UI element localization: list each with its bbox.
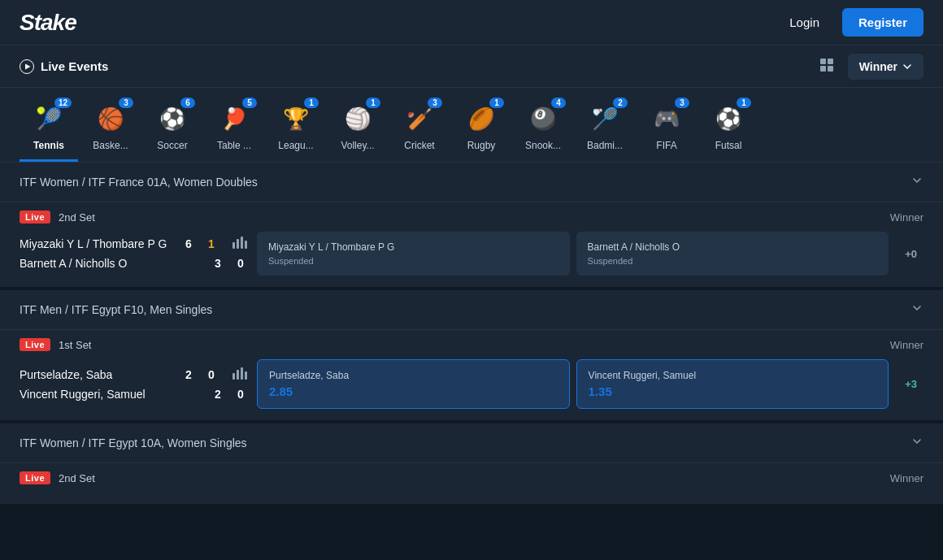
live-events-right: Winner [819, 54, 923, 80]
winner-market-label: Winner [890, 339, 923, 351]
match-group-header-2[interactable]: ITF Women / ITF Egypt 10A, Women Singles [0, 423, 943, 463]
team-score2-1: 0 [234, 388, 247, 401]
bet-button-0[interactable]: Miyazaki Y L / Thombare P G Suspended [257, 232, 570, 276]
sport-badge-rugby: 1 [489, 98, 504, 108]
match-group-header-0[interactable]: ITF Women / ITF France 01A, Women Double… [0, 163, 943, 202]
sport-item-futsal[interactable]: ⚽ 1 Futsal [699, 94, 758, 162]
match-content: Purtseladze, Saba 2 0 [20, 359, 923, 409]
winner-market-label: Winner [890, 211, 923, 224]
team-row-1: Vincent Ruggeri, Samuel 2 0 [20, 388, 247, 401]
bet-options: Purtseladze, Saba 2.85 Vincent Ruggeri, … [257, 359, 889, 409]
sport-icon-wrap: 🏏 3 [402, 101, 437, 137]
team-score1-0: 2 [182, 368, 195, 381]
stats-icon[interactable] [231, 365, 247, 384]
match-meta: Live 2nd Set Winner [20, 471, 923, 484]
live-badge: Live [20, 471, 50, 484]
stats-icon[interactable] [231, 234, 247, 254]
sport-emoji-futsal: ⚽ [715, 106, 741, 132]
grid-icon[interactable] [819, 57, 835, 76]
svg-rect-3 [828, 59, 833, 64]
live-events-left: Live Events [20, 59, 108, 74]
match-meta: Live 2nd Set Winner [20, 211, 923, 224]
sport-label-tennis: Tennis [33, 140, 64, 151]
match-group-header-1[interactable]: ITF Men / ITF Egypt F10, Men Singles [0, 290, 943, 330]
sport-item-badminton[interactable]: 🏸 2 Badmi... [576, 94, 634, 162]
sport-item-snooker[interactable]: 🎱 4 Snook... [514, 94, 572, 162]
sport-emoji-table: 🏓 [221, 106, 247, 132]
bet-suspended-1: Suspended [588, 256, 878, 266]
sport-icon-wrap: 🎾 12 [31, 101, 67, 137]
bet-options: Miyazaki Y L / Thombare P G Suspended Ba… [257, 232, 889, 276]
sport-item-soccer[interactable]: ⚽ 6 Soccer [143, 94, 202, 162]
match-row-2-0: Live 2nd Set Winner [0, 463, 943, 504]
login-button[interactable]: Login [776, 9, 832, 36]
live-events-bar: Live Events Winner [0, 46, 943, 88]
play-icon [20, 59, 34, 74]
team-row-1: Barnett A / Nicholls O 3 0 [20, 257, 247, 270]
sport-emoji-soccer: ⚽ [159, 106, 185, 132]
match-group-title-0: ITF Women / ITF France 01A, Women Double… [20, 176, 258, 189]
sport-label-basketball: Baske... [93, 140, 128, 151]
sport-item-volleyball[interactable]: 🏐 1 Volley... [328, 94, 387, 162]
sport-item-basketball[interactable]: 🏀 3 Baske... [81, 94, 140, 162]
team-row-0: Purtseladze, Saba 2 0 [20, 365, 247, 384]
svg-rect-9 [245, 241, 247, 249]
sport-label-rugby: Rugby [467, 140, 496, 151]
sport-icon-wrap: 🏐 1 [340, 101, 376, 137]
sport-item-league[interactable]: 🏆 1 Leagu... [267, 94, 325, 162]
sport-item-table[interactable]: 🏓 5 Table ... [205, 94, 263, 162]
bet-button-1[interactable]: Barnett A / Nicholls O Suspended [576, 232, 889, 276]
main-content: ITF Women / ITF France 01A, Women Double… [0, 163, 943, 504]
bet-team-name-1: Barnett A / Nicholls O [588, 241, 878, 253]
sport-emoji-fifa: 🎮 [654, 106, 680, 132]
sport-emoji-cricket: 🏏 [406, 106, 432, 132]
sport-badge-badminton: 2 [613, 98, 628, 108]
match-group-1: ITF Men / ITF Egypt F10, Men Singles Liv… [0, 290, 943, 420]
match-period: 2nd Set [59, 211, 95, 224]
sport-icon-wrap: 🏓 5 [216, 101, 252, 137]
sport-label-badminton: Badmi... [587, 140, 623, 151]
sport-badge-volleyball: 1 [366, 98, 380, 108]
chevron-down-icon [902, 62, 912, 72]
sport-badge-snooker: 4 [551, 98, 566, 108]
match-group-2: ITF Women / ITF Egypt 10A, Women Singles… [0, 423, 943, 504]
sport-label-soccer: Soccer [157, 140, 187, 151]
live-badge: Live [20, 211, 50, 224]
team-name-1: Barnett A / Nicholls O [20, 257, 202, 270]
more-bets-button[interactable]: +0 [898, 248, 923, 260]
bet-odds-1: 1.35 [589, 384, 877, 398]
match-meta: Live 1st Set Winner [20, 338, 923, 351]
winner-market-label: Winner [890, 472, 923, 484]
match-group-0: ITF Women / ITF France 01A, Women Double… [0, 163, 943, 287]
bet-button-0[interactable]: Purtseladze, Saba 2.85 [257, 359, 570, 409]
svg-rect-2 [820, 59, 826, 64]
sport-badge-futsal: 1 [737, 98, 751, 108]
sport-item-fifa[interactable]: 🎮 3 FIFA [637, 94, 696, 162]
bet-button-1[interactable]: Vincent Ruggeri, Samuel 1.35 [576, 359, 889, 409]
more-bets-button[interactable]: +3 [898, 378, 923, 390]
team-name-1: Vincent Ruggeri, Samuel [20, 388, 202, 401]
sport-badge-basketball: 3 [119, 98, 133, 108]
chevron-icon-2 [910, 435, 923, 451]
sport-badge-cricket: 3 [428, 98, 442, 108]
team-score2-0: 0 [205, 368, 218, 381]
register-button[interactable]: Register [842, 8, 923, 37]
sport-item-rugby[interactable]: 🏉 1 Rugby [452, 94, 511, 162]
team-name-0: Miyazaki Y L / Thombare P G [20, 237, 172, 250]
header-actions: Login Register [776, 8, 923, 37]
svg-rect-6 [232, 242, 235, 249]
sport-item-cricket[interactable]: 🏏 3 Cricket [390, 94, 449, 162]
match-content: Miyazaki Y L / Thombare P G 6 1 [20, 232, 923, 276]
bet-suspended-0: Suspended [268, 256, 558, 266]
team-row-0: Miyazaki Y L / Thombare P G 6 1 [20, 234, 247, 254]
bet-team-name-0: Purtseladze, Saba [269, 370, 558, 381]
sport-emoji-tennis: 🎾 [36, 106, 62, 132]
sport-badge-tennis: 12 [54, 98, 72, 108]
sport-emoji-rugby: 🏉 [468, 106, 494, 132]
sport-badge-league: 1 [304, 98, 319, 108]
sport-emoji-snooker: 🎱 [530, 106, 556, 132]
team-score1-1: 2 [211, 388, 224, 401]
winner-dropdown[interactable]: Winner [848, 54, 923, 80]
sport-item-tennis[interactable]: 🎾 12 Tennis [20, 94, 78, 162]
sport-icon-wrap: 🏸 2 [587, 101, 623, 137]
